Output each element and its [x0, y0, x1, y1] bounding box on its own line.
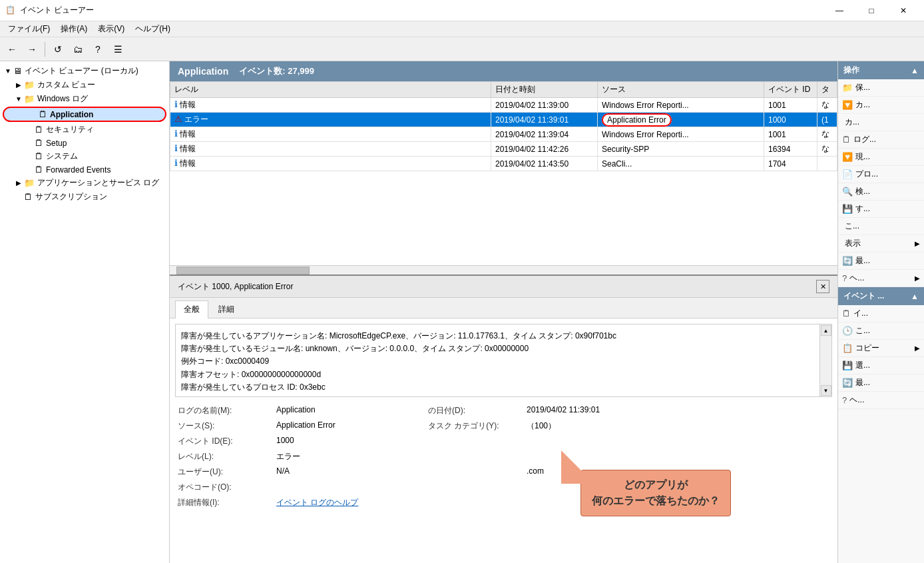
detail-tabs: 全般 詳細 — [170, 298, 837, 318]
sidebar-item-subscriptions[interactable]: 🗒 サブスクリプション — [0, 190, 169, 204]
save-selected-icon: 💾 — [842, 360, 853, 370]
col-eventid[interactable]: イベント ID — [764, 82, 817, 98]
actions-section-toggle-2[interactable]: ▲ — [911, 292, 919, 301]
action-view-label: 表示 — [845, 238, 861, 249]
toolbar-folder[interactable]: 🗂 — [69, 40, 87, 59]
security-icon: 🗒 — [35, 125, 43, 135]
menu-action[interactable]: 操作(A) — [55, 22, 93, 36]
action-custom-label: カ... — [845, 117, 859, 128]
event-text-line3: 例外コード: 0xc0000409 — [181, 355, 815, 368]
cell-source: Windows Error Reporti... — [598, 98, 764, 113]
field-user-label: ユーザー(U): — [178, 466, 271, 478]
toggle-windows-log[interactable]: ▼ — [13, 95, 24, 103]
log-header-count: イベント数: 27,999 — [239, 65, 314, 77]
toolbar-forward[interactable]: → — [23, 40, 41, 59]
sidebar-item-security[interactable]: 🗒 セキュリティ — [0, 123, 169, 137]
field-eventid-value: 1000 — [276, 436, 423, 447]
windows-log-icon: 📁 — [24, 94, 35, 104]
toggle-custom[interactable]: ▶ — [13, 81, 24, 89]
sidebar-custom-views-label: カスタム ビュー — [37, 79, 95, 91]
table-row[interactable]: ℹ 情報2019/04/02 11:39:00Windows Error Rep… — [170, 98, 837, 113]
textbox-scroll-up[interactable]: ▲ — [821, 325, 831, 336]
action-filter[interactable]: 🔽 カ... — [838, 97, 924, 114]
action-search-label: 検... — [855, 186, 870, 197]
menu-file[interactable]: ファイル(F) — [3, 22, 55, 36]
menu-view[interactable]: 表示(V) — [93, 22, 130, 36]
table-row[interactable]: ℹ 情報2019/04/02 11:39:04Windows Error Rep… — [170, 127, 837, 142]
field-date-label: の日付(D): — [428, 405, 521, 416]
copy2-arrow-icon: ▶ — [915, 344, 920, 352]
tab-detail[interactable]: 詳細 — [210, 300, 243, 318]
toolbar-refresh[interactable]: ↺ — [49, 40, 67, 59]
pro-icon: 📄 — [842, 169, 853, 179]
menu-bar: ファイル(F) 操作(A) 表示(V) ヘルプ(H) — [0, 21, 924, 37]
action-pro[interactable]: 📄 プロ... — [838, 166, 924, 183]
close-button[interactable]: ✕ — [888, 3, 919, 19]
scrollbar-thumb[interactable] — [176, 267, 310, 275]
subscriptions-icon: 🗒 — [24, 192, 33, 202]
cell-source: Windows Error Reporti... — [598, 127, 764, 142]
action-refresh[interactable]: 🔄 最... — [838, 253, 924, 270]
table-row[interactable]: ℹ 情報2019/04/02 11:43:50SeaCli...1704 — [170, 157, 837, 171]
toggle-root[interactable]: ▼ — [3, 67, 13, 75]
col-level[interactable]: レベル — [170, 82, 491, 98]
table-row[interactable]: ℹ 情報2019/04/02 11:42:26Security-SPP16394… — [170, 142, 837, 157]
sidebar-item-root[interactable]: ▼ 🖥 イベント ビューアー (ローカル) — [0, 64, 169, 78]
maximize-button[interactable]: □ — [856, 3, 887, 19]
col-source[interactable]: ソース — [598, 82, 764, 98]
toolbar-back[interactable]: ← — [3, 40, 21, 59]
sidebar-item-setup[interactable]: 🗒 Setup — [0, 137, 169, 149]
action-copy-label: こ... — [845, 221, 859, 232]
field-eventid-label: イベント ID(E): — [178, 436, 271, 447]
action-search[interactable]: 🔍 検... — [838, 183, 924, 201]
cell-task: な — [817, 142, 837, 157]
refresh2-icon: 🔄 — [842, 378, 853, 388]
toggle-app-services[interactable]: ▶ — [13, 179, 24, 187]
action-save-selected[interactable]: 💾 選... — [838, 357, 924, 374]
action-save[interactable]: 📁 保... — [838, 79, 924, 97]
sidebar-item-application[interactable]: 🗒 Application — [3, 107, 166, 122]
table-row[interactable]: ⚠ エラー2019/04/02 11:39:01Application Erro… — [170, 113, 837, 127]
action-log[interactable]: 🗒 ログ... — [838, 131, 924, 149]
cell-level: ℹ 情報 — [170, 127, 491, 142]
cell-datetime: 2019/04/02 11:39:00 — [491, 98, 598, 113]
col-datetime[interactable]: 日付と時刻 — [491, 82, 598, 98]
sidebar-item-custom-views[interactable]: ▶ 📁 カスタム ビュー — [0, 78, 169, 92]
app-services-icon: 📁 — [24, 178, 35, 188]
field-log-name-value: Application — [276, 405, 423, 416]
action-event-detail[interactable]: 🗒 イ... — [838, 305, 924, 322]
detail-close-button[interactable]: ✕ — [816, 280, 829, 293]
action-current[interactable]: 🔽 現... — [838, 149, 924, 166]
sidebar-item-windows-log[interactable]: ▼ 📁 Windows ログ — [0, 92, 169, 106]
action-custom[interactable]: カ... — [838, 114, 924, 131]
sidebar-item-forwarded-events[interactable]: 🗒 Forwarded Events — [0, 163, 169, 176]
copy2-icon: 📋 — [842, 343, 853, 353]
action-save-selected-label: 選... — [855, 360, 870, 371]
menu-help[interactable]: ヘルプ(H) — [130, 22, 176, 36]
action-view[interactable]: 表示 ▶ — [838, 235, 924, 253]
actions-section-toggle-1[interactable]: ▲ — [911, 66, 919, 75]
sidebar-item-system[interactable]: 🗒 システム — [0, 149, 169, 163]
toolbar-help[interactable]: ? — [89, 40, 107, 59]
horizontal-scrollbar[interactable] — [170, 265, 837, 275]
action-task-attach[interactable]: 🕒 こ... — [838, 322, 924, 340]
action-copy[interactable]: こ... — [838, 218, 924, 235]
action-help2[interactable]: ? ヘ... — [838, 392, 924, 409]
col-task[interactable]: タ — [817, 82, 837, 98]
sidebar-item-app-services[interactable]: ▶ 📁 アプリケーションとサービス ログ — [0, 176, 169, 190]
help-arrow-icon: ▶ — [915, 275, 920, 282]
action-help[interactable]: ? ヘ... ▶ — [838, 270, 924, 287]
action-save2[interactable]: 💾 す... — [838, 201, 924, 218]
tab-general[interactable]: 全般 — [175, 300, 208, 318]
textbox-scroll-down[interactable]: ▼ — [821, 385, 831, 396]
action-refresh2[interactable]: 🔄 最... — [838, 374, 924, 392]
cell-level: ℹ 情報 — [170, 142, 491, 157]
event-log-help-link[interactable]: イベント ログのヘルプ — [276, 497, 423, 508]
action-help2-label: ヘ... — [849, 394, 864, 406]
minimize-button[interactable]: — — [824, 3, 855, 19]
sidebar-app-services-label: アプリケーションとサービス ログ — [37, 177, 159, 189]
action-copy2[interactable]: 📋 コピー ▶ — [838, 340, 924, 357]
task-attach-icon: 🕒 — [842, 326, 853, 336]
toolbar-menu[interactable]: ☰ — [109, 40, 127, 59]
save-icon: 📁 — [842, 83, 853, 93]
